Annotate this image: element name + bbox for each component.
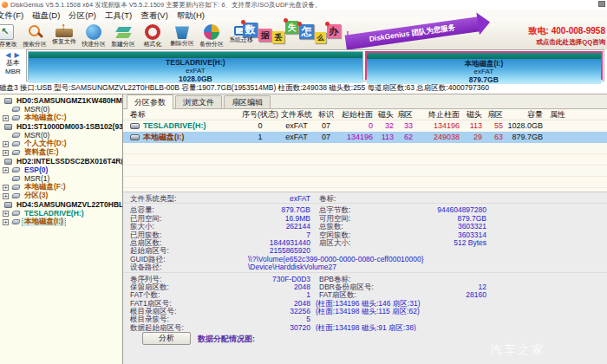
cell: 33 [397, 120, 416, 132]
tree-item-label: MSR(1) [23, 174, 51, 183]
toolbar-button-label: 新建分区 [109, 40, 136, 48]
drive-icon [130, 123, 140, 129]
detail-row: 已用簇数:7空闲簇数:3603314 [123, 231, 607, 239]
partition-name: TESLADRIVE(H:) [166, 58, 225, 67]
window-control-icon[interactable] [598, 1, 605, 7]
tree-item[interactable]: +本地磁盘(C:) [0, 114, 122, 122]
partition-table-type: 基本 [2, 59, 24, 68]
partition-fs: exFAT [474, 68, 494, 75]
partition-block[interactable]: TESLADRIVE(H:)exFAT1028.0GB [28, 51, 363, 80]
tree-item-label: 本地磁盘(I:) [23, 218, 65, 226]
tree-item[interactable]: +本地磁盘(I:) [0, 218, 122, 226]
cell: 63 [486, 132, 506, 143]
column-header: 终止柱面 [416, 109, 463, 120]
cell: exFAT [279, 132, 314, 143]
menu-item[interactable]: 文件(F) [0, 10, 28, 22]
expand-icon[interactable]: + [3, 211, 9, 217]
toolbar-button-recover[interactable]: 恢复文件 [49, 23, 79, 49]
banner-tile: 办 [327, 24, 341, 38]
tree-item[interactable]: HD1:ST1000DM003-1SB102(932GB) [0, 122, 122, 131]
expand-icon[interactable]: + [3, 185, 9, 191]
menu-item[interactable]: 帮助(H) [173, 10, 209, 22]
expand-icon[interactable]: + [3, 167, 9, 173]
toolbar-button-label: 格式化 [139, 40, 166, 48]
detail-row: 设备路径:\Device\HarddiskVolume27 [123, 263, 607, 272]
partition-icon [11, 219, 20, 224]
tree-item[interactable]: +ESP(0) [0, 166, 122, 174]
toolbar-button-delete[interactable]: 删除分区 [167, 23, 197, 49]
toolbar-button-label: 快速分区 [80, 40, 107, 48]
expand-icon[interactable]: + [3, 141, 9, 147]
tree-item[interactable]: MSR(1) [0, 174, 122, 183]
tree-item[interactable]: HD0:SAMSUNGMZ1KW480HMHQ-000 [0, 96, 122, 105]
next-disk-arrow-icon[interactable]: ▶ [15, 51, 21, 59]
toolbar-button-quick[interactable]: 快速分区 [79, 23, 108, 49]
column-header: 卷标 [123, 109, 241, 120]
expand-icon[interactable]: + [3, 219, 9, 225]
detail-label: 设备路径: [123, 263, 217, 271]
detail-label: 扇区大小: [319, 239, 421, 247]
quick-partition-icon [86, 24, 101, 40]
toolbar-button-backup[interactable]: 备份分区 [197, 23, 226, 49]
expand-icon[interactable]: + [3, 115, 9, 121]
menu-item[interactable]: 磁盘(D) [28, 10, 64, 22]
expand-icon[interactable]: + [3, 193, 9, 199]
partition-block[interactable]: 本地磁盘(I:)exFAT879.7GB [365, 51, 603, 80]
title-bar: DiskGenius V5.5.1.1508 x64 发现新版本 V5.5.2.… [0, 0, 607, 10]
tree-item[interactable]: +资料盘(E:) [0, 148, 122, 157]
tree-item[interactable]: HD4:SAMSUNGMZVL22T0HBLB-00B [0, 200, 122, 209]
tree-item-label: ESP(0) [23, 166, 49, 174]
tree-item-label: 本地磁盘(C:) [23, 114, 69, 122]
detail-row: 簇大小:262144总簇数:3603321 [123, 223, 607, 231]
tree-item[interactable]: +TESLADRIVE(H:) [0, 209, 122, 218]
detail-row: 根目录扇区号:32256(柱面:134198 磁头:115 扇区:62) [123, 308, 607, 315]
partition-icon [11, 211, 20, 216]
column-header: 扇区 [486, 109, 506, 120]
right-panel: 分区参数浏览文件扇区编辑 卷标序号(状态)文件系统标识起始柱面磁头扇区终止柱面磁… [123, 94, 607, 364]
detail-value: \Device\HarddiskVolume27 [248, 263, 336, 271]
toolbar-button-format[interactable]: 格式化 [138, 23, 167, 49]
toolbar-button-new[interactable]: 新建分区 [108, 23, 138, 49]
window-title: DiskGenius V5.5.1.1508 x64 发现新版本 V5.5.2.… [10, 1, 321, 10]
backup-partition-icon [204, 24, 219, 40]
partition-fs: exFAT [186, 67, 206, 75]
cell: 113 [376, 132, 397, 143]
partition-strip [367, 53, 601, 59]
toolbar-button-save[interactable]: 保存更改 [0, 23, 20, 49]
qq-consult-link[interactable]: 或点击此处选择QQ咨询 [532, 37, 605, 46]
tab-sector-edit[interactable]: 扇区编辑 [224, 95, 271, 108]
partition-table: TESLADRIVE(H:)0exFAT07032331341961135510… [123, 120, 607, 143]
menu-item[interactable]: 工具(T) [101, 10, 136, 22]
tab-bar: 分区参数浏览文件扇区编辑 [123, 94, 607, 109]
detail-row: 文件系统类型:exFAT卷标: [123, 195, 607, 204]
table-row[interactable]: TESLADRIVE(H:)0exFAT07032331341961135510… [123, 120, 607, 132]
tree-item[interactable]: MSR(0) [0, 105, 122, 114]
analyze-button[interactable]: 分析 [142, 332, 191, 345]
partition-scheme: MBR [2, 68, 24, 76]
disk-icon [4, 124, 12, 130]
promo-banner[interactable]: 数据丢失怎么办! DiskGenius 团队为您服务 致电: 400-008-9… [243, 21, 607, 49]
toolbar-button-label: 备份分区 [198, 40, 225, 48]
cell: 0 [241, 120, 279, 132]
detail-row: GUID路径:\\?\Volume{e652c399-0000-0000-008… [123, 256, 607, 263]
toolbar-button-label: 删除分区 [168, 39, 195, 47]
expand-icon[interactable]: + [3, 150, 9, 156]
tree-item[interactable]: HD2:INTELSSDSC2BX016T4R(1490GB) [0, 157, 122, 166]
cell: 249038 [416, 132, 463, 143]
prev-disk-arrow-icon[interactable]: ◀ [5, 51, 11, 59]
cell [546, 120, 583, 132]
menu-item[interactable]: 查看(V) [136, 10, 173, 22]
tree-item[interactable]: +分区(3) [0, 192, 122, 200]
menu-item[interactable]: 分区(P) [64, 10, 101, 22]
data-allocation-label: 数据分配情况图: [198, 334, 255, 345]
toolbar-button-search[interactable]: 搜索分区 [20, 23, 49, 49]
tab-partition-params[interactable]: 分区参数 [127, 94, 173, 109]
table-row[interactable]: 本地磁盘(I:)1exFAT07134196113622490382963879… [123, 132, 607, 143]
tab-browse-files[interactable]: 浏览文件 [175, 95, 222, 108]
tree-item[interactable]: +个人文件(D:) [0, 140, 122, 148]
detail-row: 总扇区数:1844931440扇区大小:512 Bytes [123, 239, 607, 247]
tree-item[interactable]: +本地磁盘(F:) [0, 183, 122, 192]
tree-item[interactable]: MSR(0) [0, 131, 122, 140]
table-header: 卷标序号(状态)文件系统标识起始柱面磁头扇区终止柱面磁头扇区容量属性 [123, 109, 607, 120]
tree-item-label: 本地磁盘(F:) [23, 183, 68, 192]
